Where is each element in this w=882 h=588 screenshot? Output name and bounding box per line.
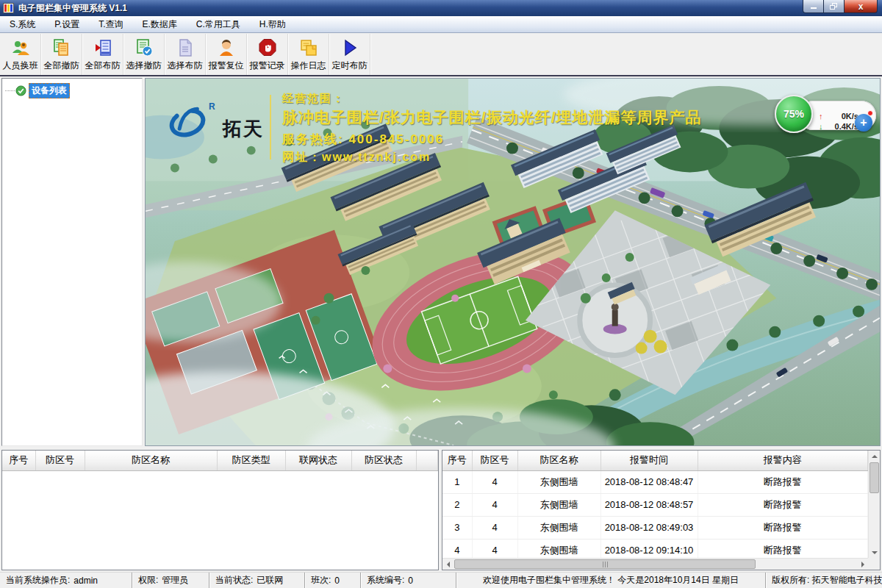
tree-node-label: 设备列表 bbox=[29, 83, 70, 98]
scroll-right-button[interactable] bbox=[857, 559, 868, 570]
add-task-button[interactable]: + bbox=[855, 114, 872, 132]
plus-icon: + bbox=[860, 116, 867, 129]
status-welcome: 欢迎使用电子围栏集中管理系统！ 今天是2018年10月14日 星期日 bbox=[456, 573, 766, 588]
window-controls: x bbox=[803, 0, 878, 13]
zone-col-type[interactable]: 防区类型 bbox=[217, 451, 285, 470]
table-cell: 断路报警 bbox=[698, 516, 868, 539]
device-tree-panel: 设备列表 bbox=[1, 78, 143, 446]
menu-bar: S.系统 P.设置 T.查询 E.数据库 C.常用工具 H.帮助 bbox=[0, 16, 882, 33]
zone-col-index[interactable]: 序号 bbox=[2, 451, 35, 470]
table-row[interactable]: 24东侧围墙2018-08-12 08:48:57断路报警 bbox=[442, 493, 868, 516]
operation-log-button[interactable]: 操作日志 bbox=[288, 34, 329, 75]
alarm-vertical-scrollbar[interactable] bbox=[868, 451, 880, 558]
operator-value: admin bbox=[74, 576, 98, 586]
staff-shift-button[interactable]: 人员换班 bbox=[0, 34, 41, 75]
zone-col-filler bbox=[416, 451, 438, 470]
restore-icon bbox=[830, 3, 838, 10]
main-image-area: R 拓天 经营范围： 脉冲电子围栏/张力电子围栏/振动光纤/埋地泄漏等周界产品 … bbox=[145, 78, 881, 446]
scroll-left-button[interactable] bbox=[442, 559, 453, 570]
alarm-records-button[interactable]: 报警记录 bbox=[247, 34, 288, 75]
table-row[interactable]: 44东侧围墙2018-08-12 09:14:10断路报警 bbox=[442, 539, 868, 558]
state-value: 已联网 bbox=[257, 574, 283, 587]
arrow-right-icon bbox=[861, 562, 867, 567]
app-window: { "window": { "title": "电子围栏集中管理系统 V1.1"… bbox=[0, 0, 882, 588]
alarm-col-index[interactable]: 序号 bbox=[442, 451, 472, 470]
alarm-col-zone-name[interactable]: 防区名称 bbox=[517, 451, 600, 470]
status-operator: 当前系统操作员: admin bbox=[0, 573, 132, 588]
tree-node-check-icon bbox=[15, 85, 26, 96]
alarm-reset-button[interactable]: 报警复位 bbox=[206, 34, 247, 75]
scheduled-arm-button[interactable]: 定时布防 bbox=[329, 34, 370, 75]
table-cell: 2018-08-12 08:48:57 bbox=[600, 493, 698, 516]
disarm-all-button[interactable]: 全部撤防 bbox=[41, 34, 82, 75]
table-cell: 4 bbox=[442, 539, 472, 558]
menu-settings[interactable]: P.设置 bbox=[45, 16, 89, 33]
zone-table: 序号 防区号 防区名称 防区类型 联网状态 防区状态 bbox=[2, 451, 438, 471]
table-cell: 断路报警 bbox=[698, 470, 868, 493]
minimize-icon bbox=[810, 3, 817, 10]
close-button[interactable]: x bbox=[845, 0, 878, 13]
table-cell: 1 bbox=[442, 470, 472, 493]
menu-database[interactable]: E.数据库 bbox=[132, 16, 186, 33]
app-icon bbox=[3, 3, 14, 13]
net-speed-widget[interactable]: ↑ 0K/s ↓ 0.4K/s + 75% bbox=[775, 93, 879, 136]
notification-dot bbox=[867, 110, 873, 116]
disarm-selected-icon bbox=[135, 38, 154, 57]
business-scope-label: 经营范围： bbox=[282, 92, 702, 106]
status-system-number: 系统编号: 0 bbox=[361, 573, 456, 588]
alarm-table-viewport: 序号 防区号 防区名称 报警时间 报警内容 14东侧围墙2018-08-12 0… bbox=[442, 451, 868, 558]
service-hotline: 服务热线: 400-845-0006 bbox=[282, 131, 702, 148]
table-cell: 东侧围墙 bbox=[517, 470, 600, 493]
alarm-log-panel: 序号 防区号 防区名称 报警时间 报警内容 14东侧围墙2018-08-12 0… bbox=[442, 450, 881, 570]
alarm-col-content[interactable]: 报警内容 bbox=[698, 451, 868, 470]
progress-circle[interactable]: 75% bbox=[775, 95, 813, 133]
table-cell: 断路报警 bbox=[698, 539, 868, 558]
table-cell: 2 bbox=[442, 493, 472, 516]
arm-all-icon bbox=[93, 38, 112, 57]
shift-label: 班次: bbox=[311, 574, 331, 587]
minimize-button[interactable] bbox=[803, 0, 824, 13]
title-bar[interactable]: 电子围栏集中管理系统 V1.1 x bbox=[0, 0, 882, 16]
alarm-table-body: 14东侧围墙2018-08-12 08:48:47断路报警24东侧围墙2018-… bbox=[442, 470, 868, 558]
status-connection: 当前状态: 已联网 bbox=[209, 573, 305, 588]
table-cell: 东侧围墙 bbox=[517, 493, 600, 516]
restore-button[interactable] bbox=[824, 0, 845, 13]
zone-col-zone-status[interactable]: 防区状态 bbox=[351, 451, 416, 470]
menu-system[interactable]: S.系统 bbox=[0, 16, 45, 33]
sysno-value: 0 bbox=[408, 576, 413, 586]
scroll-down-button[interactable] bbox=[869, 547, 881, 558]
arrow-left-icon bbox=[444, 562, 450, 567]
shift-value: 0 bbox=[334, 576, 340, 586]
toolbar-label: 全部布防 bbox=[85, 60, 121, 72]
disarm-selected-button[interactable]: 选择撤防 bbox=[123, 34, 165, 75]
tree-connector bbox=[5, 90, 15, 91]
company-logo: R 拓天 bbox=[168, 103, 264, 143]
toolbar-label: 定时布防 bbox=[332, 60, 368, 72]
zone-col-name[interactable]: 防区名称 bbox=[85, 451, 217, 470]
registered-mark: R bbox=[209, 101, 215, 112]
arm-selected-button[interactable]: 选择布防 bbox=[165, 34, 206, 75]
table-cell: 4 bbox=[472, 493, 517, 516]
table-row[interactable]: 14东侧围墙2018-08-12 08:48:47断路报警 bbox=[442, 470, 868, 493]
arm-all-button[interactable]: 全部布防 bbox=[82, 34, 123, 75]
table-row[interactable]: 34东侧围墙2018-08-12 08:49:03断路报警 bbox=[442, 516, 868, 539]
alarm-col-time[interactable]: 报警时间 bbox=[600, 451, 698, 470]
zone-col-net-status[interactable]: 联网状态 bbox=[285, 451, 351, 470]
horizontal-scroll-thumb[interactable] bbox=[454, 559, 756, 569]
tuotian-logo-icon bbox=[168, 103, 207, 143]
alarm-records-icon bbox=[258, 38, 277, 57]
scroll-up-button[interactable] bbox=[869, 451, 881, 462]
menu-query[interactable]: T.查询 bbox=[89, 16, 132, 33]
menu-tools[interactable]: C.常用工具 bbox=[187, 16, 250, 33]
zone-col-number[interactable]: 防区号 bbox=[35, 451, 85, 470]
arrow-down-icon bbox=[872, 551, 878, 557]
alarm-col-zone-number[interactable]: 防区号 bbox=[472, 451, 517, 470]
alarm-horizontal-scrollbar[interactable] bbox=[442, 558, 868, 570]
menu-help[interactable]: H.帮助 bbox=[250, 16, 295, 33]
tree-item-device-list[interactable]: 设备列表 bbox=[5, 83, 142, 98]
company-name: 拓天 bbox=[223, 116, 264, 142]
business-scope-detail: 脉冲电子围栏/张力电子围栏/振动光纤/埋地泄漏等周界产品 bbox=[282, 107, 702, 128]
vertical-scroll-thumb[interactable] bbox=[870, 462, 879, 493]
table-cell: 2018-08-12 08:49:03 bbox=[600, 516, 698, 539]
website-url: 网址：www.ttznkj.com bbox=[282, 150, 702, 165]
